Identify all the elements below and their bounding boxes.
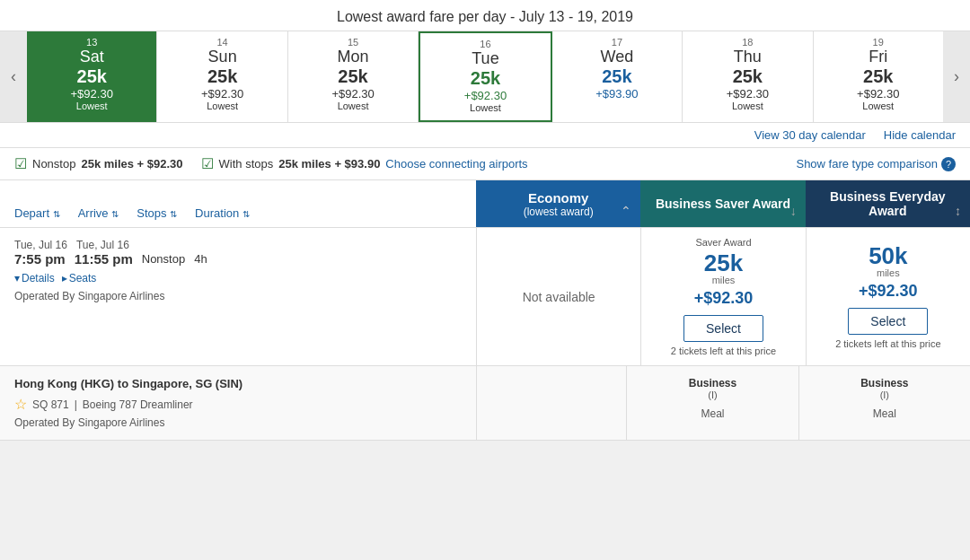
with-stops-checkbox-group: ☑ With stops 25k miles + $93.90 Choose c… — [201, 155, 528, 172]
col-business-saver-header[interactable]: Business Saver Award ↓ — [640, 180, 805, 227]
nonstop-badge: Nonstop — [142, 252, 185, 266]
everyday-miles-unit: miles — [877, 267, 900, 278]
flight-number: SQ 871 — [32, 398, 69, 411]
aircraft-info: ☆ SQ 871 | Boeing 787 Dreamliner — [14, 396, 462, 413]
depart-date: Tue, Jul 16 — [14, 239, 67, 251]
with-stops-label: With stops — [219, 157, 274, 171]
sort-duration[interactable]: Duration ⇅ — [195, 206, 250, 220]
calendar-links: View 30 day calendar Hide calendar — [0, 123, 970, 148]
not-available-text: Not available — [523, 290, 595, 304]
business-everyday-cell: 50k miles +$92.30 Select 2 tickets left … — [806, 228, 970, 365]
filter-row: ☑ Nonstop 25k miles + $92.30 ☑ With stop… — [0, 148, 970, 180]
col-flight-info-header: Depart ⇅ Arrive ⇅ Stops ⇅ Duration ⇅ — [0, 180, 476, 227]
business-everyday-expand-icon: ↕ — [955, 204, 961, 218]
details-link[interactable]: ▾ Details — [14, 272, 55, 284]
calendar-day-sun[interactable]: 14 Sun 25k +$92.30 Lowest — [157, 31, 287, 122]
flight-times: Tue, Jul 16 Tue, Jul 16 — [14, 239, 462, 251]
col-economy-header[interactable]: Economy (lowest award) ⌃ — [476, 180, 640, 227]
calendar-day-thu[interactable]: 18 Thu 25k +$92.30 Lowest — [683, 31, 813, 122]
fare-comparison-link[interactable]: Show fare type comparison ? — [796, 157, 956, 171]
flight-row: Tue, Jul 16 Tue, Jul 16 7:55 pm 11:55 pm… — [0, 228, 970, 366]
business-everyday-col-title: Business Everyday Award — [813, 189, 963, 218]
bottom-row: Hong Kong (HKG) to Singapore, SG (SIN) ☆… — [0, 366, 970, 441]
calendar-day-wed[interactable]: 17 Wed 25k +$93.90 — [552, 31, 683, 122]
business-saver-expand-icon: ↓ — [790, 204, 797, 218]
saver-class-sub: (I) — [638, 389, 787, 400]
economy-col-title: Economy — [528, 190, 589, 206]
bottom-economy-cell — [476, 366, 626, 440]
operated-by-text: Operated By Singapore Airlines — [14, 290, 462, 302]
calendar-row: ‹ 13 Sat 25k +$92.30 Lowest 14 Sun 25k +… — [0, 31, 970, 123]
arrive-time: 11:55 pm — [75, 251, 133, 267]
economy-expand-icon: ⌃ — [621, 204, 631, 218]
calendar-days: 13 Sat 25k +$92.30 Lowest 14 Sun 25k +$9… — [27, 31, 943, 122]
saver-meal-label: Meal — [638, 407, 787, 420]
with-stops-checkbox-icon[interactable]: ☑ — [201, 155, 214, 172]
calendar-day-sat[interactable]: 13 Sat 25k +$92.30 Lowest — [27, 31, 157, 122]
nonstop-label: Nonstop — [32, 157, 75, 171]
calendar-day-mon[interactable]: 15 Mon 25k +$92.30 Lowest — [288, 31, 419, 122]
fare-comparison-text: Show fare type comparison — [796, 157, 938, 171]
saver-price: +$92.30 — [694, 289, 754, 308]
saver-select-button[interactable]: Select — [683, 315, 763, 342]
flight-time-row: 7:55 pm 11:55 pm Nonstop 4h — [14, 251, 462, 267]
saver-award-label: Saver Award — [695, 237, 751, 248]
everyday-tickets-left: 2 tickets left at this price — [835, 338, 940, 349]
info-icon: ? — [941, 157, 956, 171]
nonstop-checkbox-group: ☑ Nonstop 25k miles + $92.30 — [14, 155, 183, 172]
table-header: Depart ⇅ Arrive ⇅ Stops ⇅ Duration ⇅ Eco… — [0, 180, 970, 228]
route-text: Hong Kong (HKG) to Singapore, SG (SIN) — [14, 377, 462, 390]
everyday-class-label: Business — [810, 377, 959, 389]
nonstop-checkbox-icon[interactable]: ☑ — [14, 155, 27, 172]
hide-calendar-link[interactable]: Hide calendar — [884, 128, 956, 142]
aircraft-type: Boeing 787 Dreamliner — [83, 398, 193, 411]
sort-depart[interactable]: Depart ⇅ — [14, 206, 60, 220]
flight-info-cell: Tue, Jul 16 Tue, Jul 16 7:55 pm 11:55 pm… — [0, 228, 476, 365]
choose-airports-link[interactable]: Choose connecting airports — [385, 157, 527, 171]
col-business-everyday-header[interactable]: Business Everyday Award ↕ — [806, 180, 970, 227]
sort-stops[interactable]: Stops ⇅ — [137, 206, 177, 220]
everyday-miles: 50k — [869, 244, 907, 267]
star-alliance-icon: ☆ — [14, 396, 27, 413]
nonstop-miles-label: 25k miles + $92.30 — [81, 157, 182, 171]
calendar-day-tue[interactable]: 16 Tue 25k +$92.30 Lowest — [419, 31, 551, 122]
bottom-row-wrapper: Hong Kong (HKG) to Singapore, SG (SIN) ☆… — [0, 366, 970, 441]
bottom-everyday-cell: Business (I) Meal — [798, 366, 970, 440]
bottom-operated-by: Operated By Singapore Airlines — [14, 416, 462, 429]
with-stops-miles-label: 25k miles + $93.90 — [278, 157, 380, 171]
everyday-price: +$92.30 — [859, 282, 918, 301]
separator: | — [75, 398, 77, 411]
flight-actions: ▾ Details ▸ Seats — [14, 272, 462, 284]
saver-class-label: Business — [638, 377, 787, 389]
duration-value: 4h — [194, 252, 207, 266]
bottom-flight-info: Hong Kong (HKG) to Singapore, SG (SIN) ☆… — [0, 366, 476, 440]
saver-miles: 25k — [704, 251, 743, 275]
calendar-day-fri[interactable]: 19 Fri 25k +$92.30 Lowest — [814, 31, 943, 122]
calendar-prev-button[interactable]: ‹ — [0, 31, 27, 122]
business-saver-cell: Saver Award 25k miles +$92.30 Select 2 t… — [640, 228, 805, 365]
business-saver-col-title: Business Saver Award — [656, 197, 790, 211]
economy-col-sub: (lowest award) — [524, 206, 594, 218]
sort-arrive[interactable]: Arrive ⇅ — [78, 206, 119, 220]
everyday-class-sub: (I) — [810, 389, 959, 400]
view-30-day-link[interactable]: View 30 day calendar — [754, 128, 866, 142]
main-container: Lowest award fare per day - July 13 - 19… — [0, 0, 970, 441]
everyday-meal-label: Meal — [810, 407, 959, 420]
calendar-next-button[interactable]: › — [943, 31, 970, 122]
arrive-date: Tue, Jul 16 — [76, 239, 129, 251]
calendar-title: Lowest award fare per day - July 13 - 19… — [0, 0, 970, 31]
saver-tickets-left: 2 tickets left at this price — [671, 346, 776, 356]
bottom-saver-cell: Business (I) Meal — [626, 366, 798, 440]
everyday-select-button[interactable]: Select — [848, 308, 928, 335]
seats-link[interactable]: ▸ Seats — [62, 272, 97, 284]
depart-time: 7:55 pm — [14, 251, 66, 267]
economy-cell: Not available — [476, 228, 640, 365]
saver-miles-unit: miles — [712, 275, 736, 285]
